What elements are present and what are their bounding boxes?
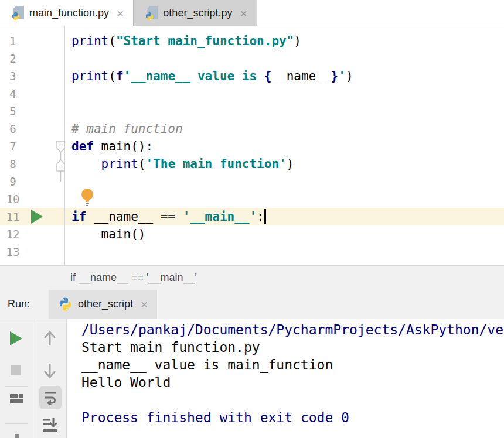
code-token: ) [287,157,294,171]
close-icon[interactable]: × [138,298,150,310]
editor-gutter: 2 [0,50,64,67]
editor-line: 9 [0,173,504,190]
line-number: 7 [0,138,26,155]
fold-start-icon [57,141,64,152]
console-line: __name__ value is main_function [81,356,504,374]
run-panel-header: Run: other_script × [0,290,504,319]
editor-line: 12 main() [0,225,504,243]
code-token: } [331,69,339,83]
run-tab-other-script[interactable]: other_script × [49,290,157,319]
editor-line: 13 [0,243,504,261]
code-line-text[interactable] [64,102,504,120]
fold-end-icon [57,160,64,171]
python-logo-icon [58,297,73,312]
line-number: 13 [0,243,26,261]
console-line: /Users/pankaj/Documents/PycharmProjects/… [81,321,504,338]
code-token: __name__ [271,69,331,83]
editor-line: 3print(f'__name__ value is {__name__}') [0,67,504,85]
soft-wrap-toggle[interactable] [39,386,62,409]
editor-gutter: 1 [0,32,64,50]
console-line [81,391,504,409]
code-line-text[interactable] [64,173,504,190]
code-line-text[interactable]: # main function [64,120,504,138]
editor-tab-bar: main_function.py × other_script.py × [0,0,504,26]
text-caret [264,209,266,224]
line-number: 1 [0,32,26,50]
editor-line: 8 print('The main function') [0,155,504,173]
tab-main-function-py[interactable]: main_function.py × [0,0,133,26]
editor-gutter: 11 [0,208,64,225]
editor-line: 11if __name__ == '__main__': [0,208,504,225]
run-toolbar-left [0,319,33,438]
code-token: f [116,69,124,83]
prev-occurrence-button[interactable] [42,330,58,347]
restore-layout-button[interactable] [10,394,23,403]
code-token: 'The main function' [145,157,286,171]
code-line-text[interactable]: if __name__ == '__main__': [64,208,504,225]
next-occurrence-button[interactable] [42,362,58,379]
toolbar-separator [5,386,28,387]
tab-other-script-py[interactable]: other_script.py × [133,0,257,26]
editor-gutter: 9 [0,173,64,190]
editor-gutter: 4 [0,85,64,102]
line-number: 11 [0,208,26,225]
close-icon[interactable]: × [114,7,126,19]
line-number: 2 [0,50,26,67]
editor-gutter: 3 [0,67,64,85]
code-line-text[interactable] [64,50,504,67]
breadcrumb-bar: if __name__ == '__main__' [0,265,504,290]
line-number: 9 [0,173,26,190]
stop-button[interactable] [11,365,21,375]
code-token: '__name__ value is [124,69,264,83]
toolbar-separator [5,423,28,424]
editor-line: 1print("Start main_function.py") [0,32,504,50]
close-icon[interactable]: × [237,7,249,19]
line-number: 8 [0,155,26,173]
run-panel-title: Run: [8,290,30,319]
line-number: 6 [0,120,26,138]
breadcrumb-item[interactable]: if __name__ == '__main__' [70,272,197,284]
python-file-icon [145,6,158,20]
code-token: main(): [94,139,153,153]
code-fold-markers[interactable] [56,141,67,182]
code-token: __name__ == [86,210,182,224]
code-line-text[interactable] [64,85,504,102]
code-token: print [101,157,138,171]
run-tab-label: other_script [78,298,133,310]
code-line-text[interactable]: print('The main function') [64,155,504,173]
line-number: 12 [0,225,26,243]
run-console: /Users/pankaj/Documents/PycharmProjects/… [0,319,504,438]
code-token: print [71,69,108,83]
scroll-to-end-button[interactable] [43,418,57,433]
code-token: { [264,69,272,83]
run-toolbar-right [33,319,67,438]
editor-line: 7def main(): [0,138,504,155]
line-number: 4 [0,85,26,102]
code-token [71,157,101,171]
code-line-text[interactable]: main() [64,225,504,243]
rerun-button[interactable] [10,331,22,345]
intention-lightbulb-icon[interactable] [80,188,96,207]
pin-button[interactable] [15,434,19,438]
line-number: 5 [0,102,26,120]
code-line-text[interactable]: print(f'__name__ value is {__name__}') [64,67,504,85]
editor-gutter: 10 [0,190,64,208]
editor-line: 10 [0,190,504,208]
soft-wrap-icon [43,390,57,405]
code-line-text[interactable]: print("Start main_function.py") [64,32,504,50]
console-line: Start main_function.py [81,338,504,356]
code-line-text[interactable]: def main(): [64,138,504,155]
code-editor[interactable]: 1print("Start main_function.py")23print(… [0,26,504,265]
console-line: Hello World [81,374,504,391]
editor-line: 6# main function [0,120,504,138]
code-token: main() [71,227,145,241]
editor-gutter: 6 [0,120,64,138]
code-token: def [71,139,94,153]
console-output: /Users/pankaj/Documents/PycharmProjects/… [67,319,504,438]
code-token: "Start main_function.py" [116,34,294,48]
code-line-text[interactable] [64,190,504,208]
editor-line: 2 [0,50,504,67]
run-line-icon[interactable] [31,210,43,224]
editor-gutter: 7 [0,138,64,155]
code-line-text[interactable] [64,243,504,261]
